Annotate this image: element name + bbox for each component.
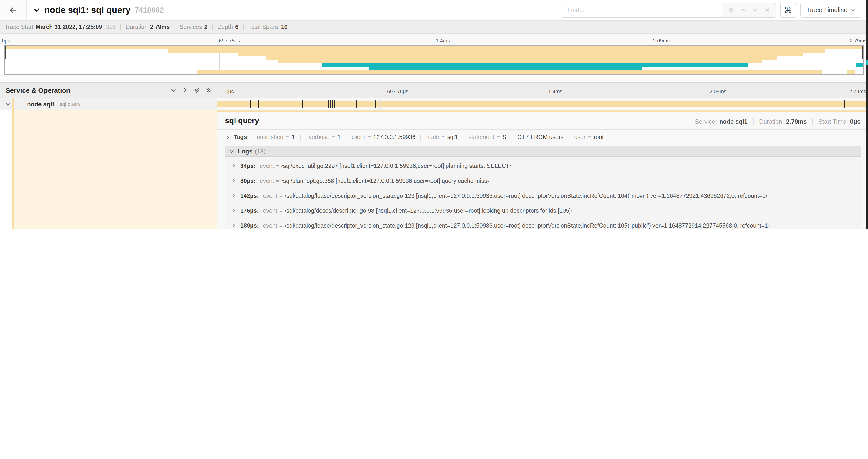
span-row-timeline-cell[interactable] [217, 98, 868, 110]
trace-title-area: node sql1: sql query 7418682 [27, 5, 562, 15]
detail-span-title: sql query [225, 116, 259, 125]
equals-sign: = [279, 192, 283, 199]
timeline-gridline [543, 98, 543, 110]
logs-header[interactable]: Logs (18) [225, 146, 861, 157]
log-field-value: ‹sql/catalog/lease/descriptor_version_st… [284, 192, 768, 199]
log-marker [375, 100, 376, 108]
log-entry[interactable]: 142μs:event=‹sql/catalog/lease/descripto… [230, 192, 856, 207]
minimap-left-handle[interactable] [5, 46, 6, 59]
page-scrollbar[interactable] [866, 0, 868, 230]
log-field-name: event [263, 222, 277, 229]
minimap-span-bar [278, 60, 762, 63]
span-row[interactable]: node sql1 sql query [0, 98, 868, 110]
view-selector-button[interactable]: Trace Timeline [800, 3, 862, 18]
expand-all-icon[interactable] [205, 87, 211, 93]
log-timestamp: 189μs: [240, 222, 259, 229]
log-entry[interactable]: 189μs:event=‹sql/catalog/lease/descripto… [230, 222, 856, 230]
service-label: Service: [695, 118, 717, 125]
tags-label: Tags: [234, 134, 249, 140]
tags-accordian[interactable]: Tags: _unfinished=1_verbose=1client=127.… [217, 129, 868, 144]
back-button[interactable] [0, 0, 27, 20]
minimap-span-bar [238, 53, 803, 57]
find-group [562, 3, 776, 18]
tag-item[interactable]: _unfinished=1 [254, 134, 295, 140]
equals-sign: = [332, 134, 335, 140]
tag-item[interactable]: statement=SELECT * FROM users [469, 134, 564, 140]
trace-id: 7418682 [135, 6, 164, 14]
log-field-value: ‹sql/catalog/descs/descriptor.go:98 [nsq… [284, 207, 572, 214]
chevron-right-icon [231, 208, 236, 213]
log-field-value: ‹sql/exec_util.go:2297 [nsql1,client=127… [281, 163, 512, 169]
summary-item: Services2 [180, 24, 208, 30]
tag-item[interactable]: _verbose=1 [305, 134, 341, 140]
equals-sign: = [368, 134, 371, 140]
divider [463, 134, 464, 141]
summary-value: 10 [281, 24, 288, 30]
span-bar[interactable] [217, 101, 868, 107]
timeline-tick-label: 697.75μs [384, 83, 408, 96]
chevron-right-icon [225, 135, 230, 140]
summary-label: Duration [126, 24, 148, 30]
trace-page: node sql1: sql query 7418682 [0, 0, 868, 230]
next-result-icon[interactable] [752, 7, 758, 13]
equals-sign: = [279, 207, 283, 214]
collapse-all-icon[interactable] [194, 87, 200, 93]
summary-value: 6 [235, 24, 239, 30]
column-resizer[interactable] [219, 92, 221, 97]
minimap-span-bar [369, 67, 642, 71]
divider [175, 24, 175, 30]
equals-sign: = [497, 134, 500, 140]
span-color-accent [12, 110, 14, 230]
minimap-span-bar [168, 49, 825, 53]
minimap-span-bar [322, 63, 748, 67]
timeline-tick-label: 2.79ms [849, 83, 868, 96]
prev-result-icon[interactable] [740, 7, 746, 13]
chevron-right-icon [231, 193, 236, 198]
log-field-name: event [263, 207, 277, 214]
minimap-viewport[interactable] [4, 45, 864, 75]
minimap-tick-label: 2.09ms [651, 38, 670, 43]
locate-icon[interactable] [728, 7, 734, 13]
detail-meta: Service: node sql1 Duration: 2.79ms Star… [695, 118, 861, 125]
equals-sign: = [286, 134, 289, 140]
log-entry[interactable]: 80μs:event=‹sql/plan_opt.go:358 [nsql1,c… [230, 177, 856, 192]
log-entry[interactable]: 176μs:event=‹sql/catalog/descs/descripto… [230, 207, 856, 222]
log-field-name: event [263, 192, 277, 199]
timeline-tick-label: 2.09ms [707, 83, 726, 96]
summary-value: 2 [205, 24, 208, 30]
keyboard-shortcuts-button[interactable]: ⌘ [780, 3, 796, 18]
collapse-one-icon[interactable] [170, 87, 177, 93]
tag-item[interactable]: user=root [574, 134, 603, 140]
clear-search-icon[interactable] [765, 7, 770, 13]
summary-item: Duration2.79ms [126, 24, 169, 30]
scrollbar-teal-marker [866, 60, 868, 65]
summary-value: March 31 2022, 17:25:09 [36, 24, 102, 30]
minimap-gap [0, 75, 868, 82]
chevron-right-icon [231, 163, 236, 168]
minimap-right-handle[interactable] [862, 46, 863, 59]
tag-item[interactable]: client=127.0.0.1:59936 [352, 134, 415, 140]
tags-list: _unfinished=1_verbose=1client=127.0.0.1:… [254, 134, 604, 141]
collapse-trace-icon[interactable] [33, 6, 40, 13]
span-collapse-icon[interactable] [5, 101, 10, 107]
page-title: node sql1: sql query [44, 5, 131, 15]
log-entry[interactable]: 34μs:event=‹sql/exec_util.go:2297 [nsql1… [230, 163, 856, 177]
tag-value: root [594, 134, 603, 140]
expand-one-icon[interactable] [182, 87, 188, 93]
minimap-ruler: 0μs697.75μs1.4ms2.09ms2.79ms [0, 34, 868, 45]
detail-top-accent [217, 110, 868, 112]
divider [753, 118, 754, 125]
find-input[interactable] [562, 3, 722, 17]
divider [120, 24, 121, 30]
span-row-name-cell[interactable]: node sql1 sql query [0, 98, 217, 110]
timeline-gridline [705, 98, 706, 110]
logs-count: (18) [255, 147, 266, 155]
tag-item[interactable]: node=sql1 [426, 134, 458, 140]
span-color-accent [12, 98, 14, 110]
span-detail-region: sql query Service: node sql1 Duration: 2… [0, 110, 868, 230]
service-value: node sql1 [719, 118, 747, 125]
detail-header: sql query Service: node sql1 Duration: 2… [217, 112, 868, 129]
minimap-span-bar [197, 71, 822, 74]
duration-label: Duration: [759, 118, 784, 125]
log-marker [250, 100, 251, 108]
